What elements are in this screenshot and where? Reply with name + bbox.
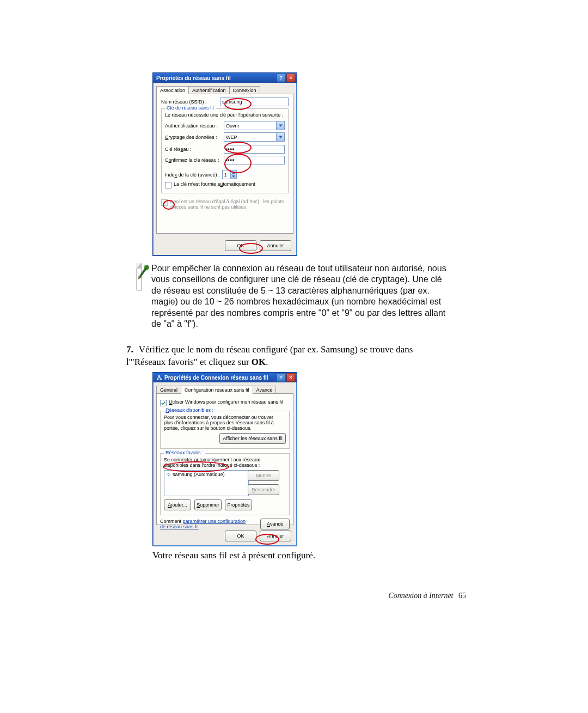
preferred-networks-title: Réseaux favoris : [164,450,205,455]
ok-button[interactable]: OK [225,240,256,251]
window-title: Propriétés de Connexion réseau sans fil [156,375,268,381]
ssid-input[interactable]: samsung [220,97,289,106]
auto-key-label: La clé m'est fournie automatiquement [174,181,255,187]
spinner-buttons[interactable] [230,170,236,179]
tab-authentication[interactable]: Authentification [188,86,230,94]
cancel-button[interactable]: Annuler [260,240,291,251]
note-icon [136,263,142,290]
network-key-group-title: Clé de réseau sans fil [165,105,216,111]
wifi-icon [166,472,171,477]
help-icon[interactable]: ? [277,74,285,82]
advanced-button[interactable]: Avancé [260,519,290,529]
svg-point-3 [168,475,169,476]
tab-strip: Association Authentification Connexion [156,86,297,94]
step-7: 7.Vérifiez que le nom du réseau configur… [126,344,431,369]
chevron-down-icon [276,121,284,130]
move-down-button[interactable]: Descendre [248,484,279,495]
tab-pane-association: Nom réseau (SSID) : samsung Clé de résea… [156,94,293,234]
close-icon[interactable]: × [286,373,295,382]
available-networks-title: Réseaux disponibles : [164,407,215,413]
close-icon[interactable]: × [286,74,295,82]
auth-value: Ouvrir [226,123,240,129]
key-label: Clé réseau : [165,147,224,152]
tab-connection[interactable]: Connexion [229,86,260,94]
key-input[interactable]: ••••• [224,145,285,154]
properties-button[interactable]: Propriétés [225,499,252,510]
key-confirm-input[interactable]: ••••• [224,156,285,164]
network-icon [156,375,162,381]
key-index-label: Index de la clé (avancé) : [165,172,220,178]
step-text-a: Vérifiez que le nom du réseau configuré … [126,344,413,367]
document-page: Propriétés du réseau sans fil ? × Associ… [0,0,588,713]
note-text: Pour empêcher la connexion au réseau de … [151,263,452,330]
connection-properties-dialog: Propriétés de Connexion réseau sans fil … [152,372,297,546]
svg-rect-0 [157,378,158,380]
wireless-properties-dialog: Propriétés du réseau sans fil ? × Associ… [152,72,297,256]
window-title: Propriétés du réseau sans fil [156,75,231,81]
step-number: 7. [126,344,133,355]
key-value: ••••• [226,147,235,152]
note-block: Pour empêcher la connexion au réseau de … [136,263,452,330]
titlebar: Propriétés du réseau sans fil ? × [153,73,297,83]
preferred-network-item: samsung (Automatique) [173,472,225,477]
tab-strip: Général Configuration réseaux sans fil A… [156,386,297,394]
preferred-networks-text: Se connecter automatiquement aux réseaux… [164,457,286,468]
key-confirm-value: ••••• [226,157,235,163]
tab-general[interactable]: Général [156,386,181,394]
auth-combo[interactable]: Ouvrir [224,121,285,130]
footer-label: Connexion à Internet [389,592,454,600]
remove-button[interactable]: Supprimer [194,499,222,510]
move-up-button[interactable]: Monter [248,470,279,481]
step-text-ok: OK [252,357,266,367]
use-windows-checkbox[interactable] [160,400,167,406]
adhoc-label: Ceci est un réseau d'égal à égal (ad hoc… [170,199,289,210]
available-networks-text: Pour vous connecter, vous déconnecter ou… [164,415,278,431]
ssid-value: samsung [222,99,242,105]
step-text-c: . [266,357,268,367]
howto-text: Comment paramétrer une configuration de … [160,519,247,529]
ssid-label: Nom réseau (SSID) : [161,99,220,105]
chevron-down-icon [231,175,236,179]
ok-button[interactable]: OK [225,531,256,541]
key-index-spinner[interactable]: 1 [222,170,237,179]
cancel-button[interactable]: Annuler [260,531,291,541]
add-button[interactable]: Ajouter... [164,499,191,510]
svg-rect-2 [158,375,160,377]
auto-key-checkbox[interactable] [165,182,171,188]
svg-rect-1 [160,378,162,380]
preferred-networks-list[interactable]: samsung (Automatique) [164,470,249,496]
chevron-up-icon [231,170,236,175]
encryption-combo[interactable]: WEP [224,132,285,142]
tab-advanced[interactable]: Avancé [253,386,277,394]
auth-label: Authentification réseau : [165,123,224,129]
adhoc-checkbox [161,199,168,206]
key-confirm-label: Confirmez la clé réseau : [165,157,224,163]
encryption-label: Cryptage des données : [165,135,224,140]
key-index-value: 1 [224,172,227,178]
show-networks-button[interactable]: Afficher les réseaux sans fil [219,433,286,444]
titlebar: Propriétés de Connexion réseau sans fil … [153,373,297,382]
tab-pane-wireless: Utiliser Windows pour configurer mon rés… [156,393,293,525]
tab-association[interactable]: Association [156,86,189,94]
help-icon[interactable]: ? [277,373,285,382]
network-key-intro: Le réseau nécessite une clé pour l'opéra… [165,112,285,118]
closing-text: Votre réseau sans fil est à présent conf… [152,550,315,561]
use-windows-label: Utiliser Windows pour configurer mon rés… [169,399,283,405]
encryption-value: WEP [226,135,237,140]
page-number: 65 [458,592,466,600]
chevron-down-icon [276,133,284,141]
page-footer: Connexion à Internet 65 [389,592,466,600]
tab-wireless-config[interactable]: Configuration réseaux sans fil [181,386,253,394]
